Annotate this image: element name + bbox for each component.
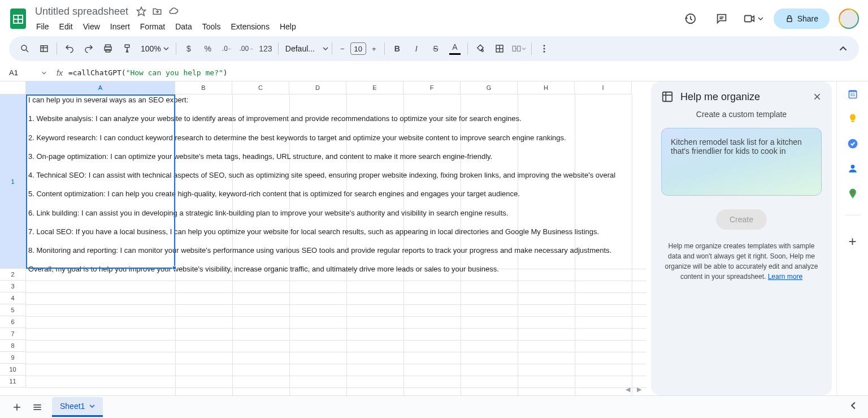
maps-icon[interactable] [847,188,858,199]
col-header-f[interactable]: F [403,81,461,94]
row-header-3[interactable]: 3 [0,281,26,292]
col-header-a[interactable]: A [26,81,175,94]
paint-format-icon[interactable] [118,40,136,58]
row-header-6[interactable]: 6 [0,316,26,328]
scroll-left-icon[interactable]: ◀ [623,384,633,394]
prompt-textarea[interactable]: Kitchen remodel task list for a kitchen … [661,128,822,196]
formula-input[interactable]: =callChatGPT("How can you help me?") [68,68,859,77]
svg-rect-9 [787,18,792,21]
share-button[interactable]: Share [774,8,830,29]
name-box[interactable]: A1 [5,67,51,78]
col-header-b[interactable]: B [175,81,232,94]
history-icon[interactable] [679,7,701,30]
svg-rect-8 [744,16,751,22]
increase-decimal-icon[interactable]: .00→ [237,40,255,58]
row-header-9[interactable]: 9 [0,352,26,364]
percent-icon[interactable]: % [199,40,217,58]
fill-color-icon[interactable] [471,40,489,58]
header: Untitled spreadsheet File Edit View Inse… [0,0,868,33]
create-button[interactable]: Create [716,209,767,230]
zoom-select[interactable]: 100% [137,44,172,53]
add-sheet-icon[interactable] [7,397,27,417]
all-sheets-icon[interactable] [27,397,47,417]
italic-icon[interactable]: I [407,40,426,58]
merge-cells-icon[interactable] [510,40,528,58]
col-header-e[interactable]: E [346,81,403,94]
row-header-2[interactable]: 2 [0,269,26,281]
row-header-7[interactable]: 7 [0,328,26,340]
learn-more-link[interactable]: Learn more [768,273,802,281]
row-header-5[interactable]: 5 [0,304,26,316]
svg-line-11 [26,50,28,52]
fx-icon[interactable]: fx [51,68,68,77]
print-icon[interactable] [99,40,117,58]
tasks-icon[interactable] [847,138,858,149]
undo-icon[interactable] [60,40,79,58]
comments-icon[interactable] [710,7,733,30]
title-area: Untitled spreadsheet File Edit View Inse… [32,5,679,33]
sheet-tab-1[interactable]: Sheet1 [52,397,103,417]
menu-view[interactable]: View [79,20,105,33]
increase-font-icon[interactable]: + [367,42,381,55]
menu-data[interactable]: Data [171,20,197,33]
sheets-logo[interactable] [7,7,29,30]
currency-icon[interactable]: $ [180,40,198,58]
chevron-down-icon[interactable] [323,46,328,51]
expand-rail-icon[interactable] [845,398,861,413]
chevron-down-icon[interactable] [89,403,95,409]
text-color-icon[interactable]: A [446,40,464,58]
doc-title[interactable]: Untitled spreadsheet [32,5,132,19]
font-size-input[interactable]: 10 [350,42,366,55]
row-header-1[interactable]: 1 [0,94,26,269]
account-avatar[interactable] [839,8,859,29]
search-icon[interactable] [16,40,34,58]
collapse-toolbar-icon[interactable] [834,40,852,58]
formula-bar: A1 fx =callChatGPT("How can you help me?… [0,64,868,81]
col-header-h[interactable]: H [518,81,575,94]
more-toolbar-icon[interactable] [535,40,553,58]
menu-insert[interactable]: Insert [106,20,134,33]
col-header-c[interactable]: C [232,81,289,94]
contacts-icon[interactable] [847,163,858,174]
decrease-decimal-icon[interactable]: .0← [218,40,236,58]
menu-file[interactable]: File [32,20,54,33]
menu-format[interactable]: Format [136,20,170,33]
bold-icon[interactable]: B [388,40,406,58]
strikethrough-icon[interactable]: S [427,40,445,58]
menu-tools[interactable]: Tools [198,20,225,33]
menu-edit[interactable]: Edit [55,20,77,33]
col-header-g[interactable]: G [461,81,518,94]
star-icon[interactable] [136,6,146,16]
scroll-right-icon[interactable]: ▶ [634,384,644,394]
col-header-d[interactable]: D [289,81,346,94]
menu-help[interactable]: Help [275,20,301,33]
col-header-i[interactable]: I [575,81,632,94]
number-format-button[interactable]: 123 [257,40,275,58]
svg-rect-21 [513,46,515,51]
close-panel-icon[interactable] [813,92,822,101]
filter-views-icon[interactable] [35,40,53,58]
cloud-icon[interactable] [168,6,179,16]
keep-icon[interactable] [847,113,858,124]
decrease-font-icon[interactable]: − [336,42,349,55]
meet-button[interactable] [742,7,765,30]
cell-a1-content: I can help you in several ways as an SEO… [28,96,644,274]
svg-rect-12 [41,46,47,52]
select-all-corner[interactable] [0,81,26,94]
move-icon[interactable] [152,6,162,16]
borders-icon[interactable] [491,40,509,58]
svg-point-36 [850,165,854,169]
redo-icon[interactable] [80,40,98,58]
menu-extensions[interactable]: Extensions [226,20,274,33]
cells-grid[interactable]: I can help you in several ways as an SEO… [26,94,646,395]
add-addon-icon[interactable]: + [848,234,856,249]
row-header-4[interactable]: 4 [0,292,26,304]
font-select[interactable]: Defaul... [282,44,322,53]
toolbar-wrap: 100% $ % .0← .00→ 123 Defaul... − 10 + B… [0,33,868,64]
svg-rect-34 [851,120,854,122]
row-header-11[interactable]: 11 [0,376,26,387]
row-header-10[interactable]: 10 [0,364,26,376]
calendar-icon[interactable]: 31 [847,88,858,100]
row-header-8[interactable]: 8 [0,340,26,352]
svg-marker-4 [137,7,146,16]
